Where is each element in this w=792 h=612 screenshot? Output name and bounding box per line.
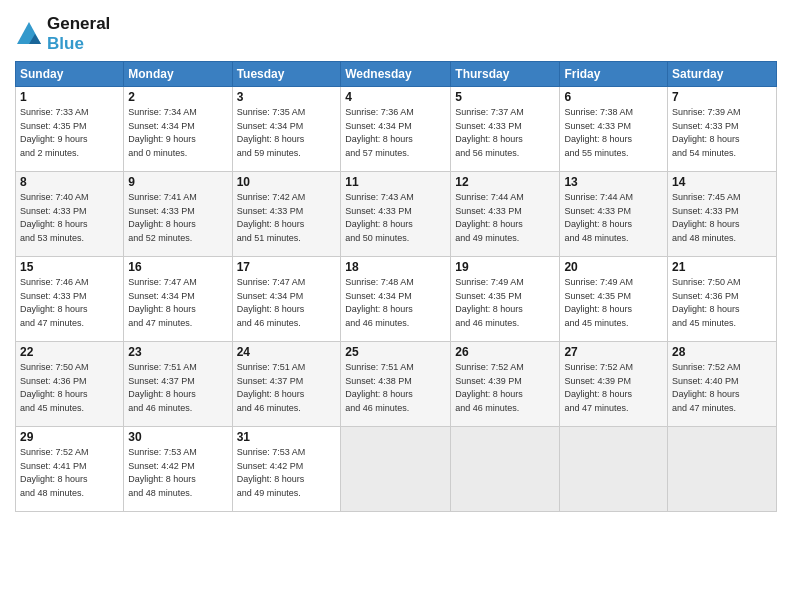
calendar-cell: 17Sunrise: 7:47 AM Sunset: 4:34 PM Dayli… xyxy=(232,257,341,342)
logo-icon xyxy=(15,20,43,48)
day-number: 30 xyxy=(128,430,227,444)
day-number: 6 xyxy=(564,90,663,104)
calendar-cell: 29Sunrise: 7:52 AM Sunset: 4:41 PM Dayli… xyxy=(16,427,124,512)
day-info: Sunrise: 7:44 AM Sunset: 4:33 PM Dayligh… xyxy=(564,191,663,245)
day-number: 17 xyxy=(237,260,337,274)
weekday-header-saturday: Saturday xyxy=(668,62,777,87)
calendar-cell: 14Sunrise: 7:45 AM Sunset: 4:33 PM Dayli… xyxy=(668,172,777,257)
calendar-cell: 22Sunrise: 7:50 AM Sunset: 4:36 PM Dayli… xyxy=(16,342,124,427)
calendar-cell: 3Sunrise: 7:35 AM Sunset: 4:34 PM Daylig… xyxy=(232,87,341,172)
day-number: 19 xyxy=(455,260,555,274)
calendar-cell: 7Sunrise: 7:39 AM Sunset: 4:33 PM Daylig… xyxy=(668,87,777,172)
day-info: Sunrise: 7:52 AM Sunset: 4:39 PM Dayligh… xyxy=(564,361,663,415)
day-number: 7 xyxy=(672,90,772,104)
day-number: 15 xyxy=(20,260,119,274)
day-info: Sunrise: 7:51 AM Sunset: 4:38 PM Dayligh… xyxy=(345,361,446,415)
day-info: Sunrise: 7:40 AM Sunset: 4:33 PM Dayligh… xyxy=(20,191,119,245)
day-info: Sunrise: 7:49 AM Sunset: 4:35 PM Dayligh… xyxy=(455,276,555,330)
weekday-header-monday: Monday xyxy=(124,62,232,87)
calendar-cell xyxy=(451,427,560,512)
calendar-week-5: 29Sunrise: 7:52 AM Sunset: 4:41 PM Dayli… xyxy=(16,427,777,512)
calendar-cell: 12Sunrise: 7:44 AM Sunset: 4:33 PM Dayli… xyxy=(451,172,560,257)
day-info: Sunrise: 7:47 AM Sunset: 4:34 PM Dayligh… xyxy=(237,276,337,330)
day-info: Sunrise: 7:42 AM Sunset: 4:33 PM Dayligh… xyxy=(237,191,337,245)
day-number: 5 xyxy=(455,90,555,104)
calendar-cell xyxy=(341,427,451,512)
calendar-week-4: 22Sunrise: 7:50 AM Sunset: 4:36 PM Dayli… xyxy=(16,342,777,427)
calendar-cell: 25Sunrise: 7:51 AM Sunset: 4:38 PM Dayli… xyxy=(341,342,451,427)
day-info: Sunrise: 7:39 AM Sunset: 4:33 PM Dayligh… xyxy=(672,106,772,160)
day-info: Sunrise: 7:35 AM Sunset: 4:34 PM Dayligh… xyxy=(237,106,337,160)
day-info: Sunrise: 7:34 AM Sunset: 4:34 PM Dayligh… xyxy=(128,106,227,160)
day-info: Sunrise: 7:50 AM Sunset: 4:36 PM Dayligh… xyxy=(672,276,772,330)
calendar-cell: 23Sunrise: 7:51 AM Sunset: 4:37 PM Dayli… xyxy=(124,342,232,427)
day-number: 31 xyxy=(237,430,337,444)
day-number: 25 xyxy=(345,345,446,359)
day-number: 21 xyxy=(672,260,772,274)
calendar-week-3: 15Sunrise: 7:46 AM Sunset: 4:33 PM Dayli… xyxy=(16,257,777,342)
day-number: 1 xyxy=(20,90,119,104)
calendar-cell: 4Sunrise: 7:36 AM Sunset: 4:34 PM Daylig… xyxy=(341,87,451,172)
day-number: 4 xyxy=(345,90,446,104)
day-number: 14 xyxy=(672,175,772,189)
calendar-cell: 24Sunrise: 7:51 AM Sunset: 4:37 PM Dayli… xyxy=(232,342,341,427)
calendar-cell xyxy=(668,427,777,512)
weekday-header-wednesday: Wednesday xyxy=(341,62,451,87)
day-number: 18 xyxy=(345,260,446,274)
calendar-cell: 9Sunrise: 7:41 AM Sunset: 4:33 PM Daylig… xyxy=(124,172,232,257)
calendar-table: SundayMondayTuesdayWednesdayThursdayFrid… xyxy=(15,61,777,512)
day-number: 11 xyxy=(345,175,446,189)
calendar-page: General Blue SundayMondayTuesdayWednesda… xyxy=(0,0,792,612)
day-info: Sunrise: 7:45 AM Sunset: 4:33 PM Dayligh… xyxy=(672,191,772,245)
day-info: Sunrise: 7:51 AM Sunset: 4:37 PM Dayligh… xyxy=(237,361,337,415)
day-info: Sunrise: 7:36 AM Sunset: 4:34 PM Dayligh… xyxy=(345,106,446,160)
day-info: Sunrise: 7:52 AM Sunset: 4:41 PM Dayligh… xyxy=(20,446,119,500)
day-number: 2 xyxy=(128,90,227,104)
day-number: 3 xyxy=(237,90,337,104)
calendar-week-1: 1Sunrise: 7:33 AM Sunset: 4:35 PM Daylig… xyxy=(16,87,777,172)
day-info: Sunrise: 7:52 AM Sunset: 4:39 PM Dayligh… xyxy=(455,361,555,415)
day-number: 29 xyxy=(20,430,119,444)
calendar-cell: 18Sunrise: 7:48 AM Sunset: 4:34 PM Dayli… xyxy=(341,257,451,342)
weekday-header-row: SundayMondayTuesdayWednesdayThursdayFrid… xyxy=(16,62,777,87)
day-info: Sunrise: 7:38 AM Sunset: 4:33 PM Dayligh… xyxy=(564,106,663,160)
weekday-header-sunday: Sunday xyxy=(16,62,124,87)
day-number: 20 xyxy=(564,260,663,274)
day-info: Sunrise: 7:53 AM Sunset: 4:42 PM Dayligh… xyxy=(128,446,227,500)
day-info: Sunrise: 7:48 AM Sunset: 4:34 PM Dayligh… xyxy=(345,276,446,330)
weekday-header-tuesday: Tuesday xyxy=(232,62,341,87)
day-info: Sunrise: 7:41 AM Sunset: 4:33 PM Dayligh… xyxy=(128,191,227,245)
calendar-cell: 11Sunrise: 7:43 AM Sunset: 4:33 PM Dayli… xyxy=(341,172,451,257)
calendar-body: 1Sunrise: 7:33 AM Sunset: 4:35 PM Daylig… xyxy=(16,87,777,512)
logo: General Blue xyxy=(15,14,110,53)
day-number: 8 xyxy=(20,175,119,189)
day-info: Sunrise: 7:37 AM Sunset: 4:33 PM Dayligh… xyxy=(455,106,555,160)
day-number: 16 xyxy=(128,260,227,274)
calendar-cell: 19Sunrise: 7:49 AM Sunset: 4:35 PM Dayli… xyxy=(451,257,560,342)
day-number: 9 xyxy=(128,175,227,189)
day-info: Sunrise: 7:49 AM Sunset: 4:35 PM Dayligh… xyxy=(564,276,663,330)
day-info: Sunrise: 7:43 AM Sunset: 4:33 PM Dayligh… xyxy=(345,191,446,245)
weekday-header-thursday: Thursday xyxy=(451,62,560,87)
calendar-cell: 27Sunrise: 7:52 AM Sunset: 4:39 PM Dayli… xyxy=(560,342,668,427)
calendar-cell: 31Sunrise: 7:53 AM Sunset: 4:42 PM Dayli… xyxy=(232,427,341,512)
day-info: Sunrise: 7:44 AM Sunset: 4:33 PM Dayligh… xyxy=(455,191,555,245)
day-info: Sunrise: 7:50 AM Sunset: 4:36 PM Dayligh… xyxy=(20,361,119,415)
calendar-cell: 6Sunrise: 7:38 AM Sunset: 4:33 PM Daylig… xyxy=(560,87,668,172)
day-number: 12 xyxy=(455,175,555,189)
calendar-cell: 8Sunrise: 7:40 AM Sunset: 4:33 PM Daylig… xyxy=(16,172,124,257)
calendar-cell: 20Sunrise: 7:49 AM Sunset: 4:35 PM Dayli… xyxy=(560,257,668,342)
day-number: 23 xyxy=(128,345,227,359)
calendar-week-2: 8Sunrise: 7:40 AM Sunset: 4:33 PM Daylig… xyxy=(16,172,777,257)
day-info: Sunrise: 7:33 AM Sunset: 4:35 PM Dayligh… xyxy=(20,106,119,160)
day-number: 10 xyxy=(237,175,337,189)
day-info: Sunrise: 7:46 AM Sunset: 4:33 PM Dayligh… xyxy=(20,276,119,330)
calendar-cell: 15Sunrise: 7:46 AM Sunset: 4:33 PM Dayli… xyxy=(16,257,124,342)
calendar-cell xyxy=(560,427,668,512)
day-info: Sunrise: 7:52 AM Sunset: 4:40 PM Dayligh… xyxy=(672,361,772,415)
calendar-cell: 1Sunrise: 7:33 AM Sunset: 4:35 PM Daylig… xyxy=(16,87,124,172)
calendar-cell: 10Sunrise: 7:42 AM Sunset: 4:33 PM Dayli… xyxy=(232,172,341,257)
weekday-header-friday: Friday xyxy=(560,62,668,87)
calendar-cell: 21Sunrise: 7:50 AM Sunset: 4:36 PM Dayli… xyxy=(668,257,777,342)
calendar-cell: 16Sunrise: 7:47 AM Sunset: 4:34 PM Dayli… xyxy=(124,257,232,342)
